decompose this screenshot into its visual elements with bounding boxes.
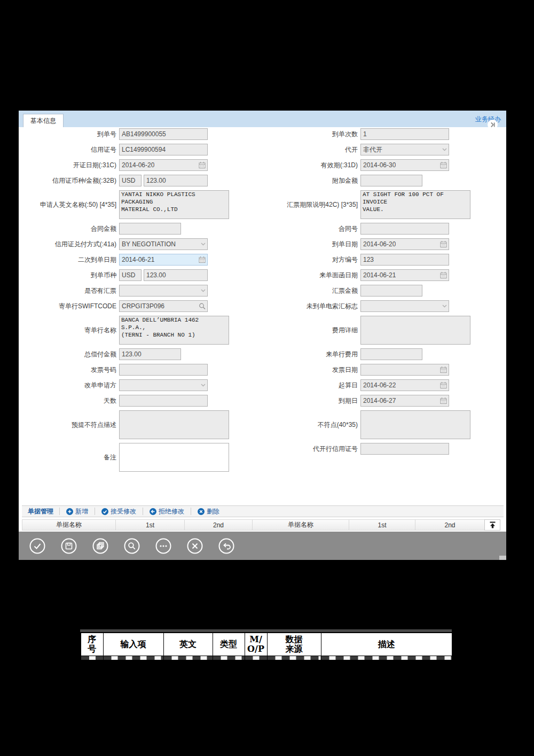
- select-input: 非代开: [360, 144, 449, 155]
- field-control: 2014-06-20: [119, 159, 208, 171]
- doc-column-header: 1st: [349, 519, 415, 531]
- textarea-input[interactable]: [119, 443, 229, 472]
- search-circle-icon[interactable]: [124, 538, 140, 554]
- field-label: 是否有汇票: [20, 287, 119, 294]
- doc-btn-check[interactable]: 接受修改: [95, 507, 143, 516]
- field-label: 总偿付金额: [20, 350, 119, 358]
- scroll-top-icon: [489, 521, 497, 529]
- date-input: 2014-06-21: [360, 269, 449, 281]
- doc-btn-delete[interactable]: 删除: [191, 507, 226, 516]
- chevron-down-icon: [201, 384, 206, 387]
- field-value: 2014-06-30: [363, 161, 396, 169]
- field-control: [119, 379, 208, 391]
- field-control: [360, 316, 470, 345]
- field-label: 到单号: [20, 130, 119, 138]
- delete-icon: [198, 508, 205, 515]
- date-input: 2014-06-27: [360, 395, 449, 407]
- chevron-down-icon: [442, 305, 447, 308]
- calendar-icon: [440, 162, 447, 169]
- document-manage-title: 单据管理: [22, 507, 59, 516]
- form-row: 合同号: [262, 223, 505, 235]
- field-control: [360, 364, 449, 376]
- field-label: 未到单电索汇标志: [262, 302, 360, 310]
- close-circle-icon[interactable]: [187, 538, 203, 554]
- doc-btn-label: 新增: [75, 507, 88, 516]
- calendar-icon: [440, 272, 447, 279]
- form-row: 开证日期(:31C)2014-06-20: [20, 159, 264, 171]
- document-table-header: 单据名称1st2nd单据名称1st2nd: [22, 519, 504, 531]
- field-control: LC1499900594: [119, 144, 208, 155]
- copy-circle-icon[interactable]: [92, 538, 108, 554]
- field-label: 费用详细: [262, 326, 360, 334]
- date-input[interactable]: 2014-06-21: [119, 254, 208, 266]
- undo-circle-icon[interactable]: [218, 538, 234, 554]
- skip-end-icon[interactable]: [488, 120, 498, 130]
- field-label: 附加金额: [262, 177, 360, 184]
- field-label: 合同号: [262, 225, 360, 232]
- doc-btn-label: 拒绝修改: [159, 507, 184, 516]
- scroll-top-button[interactable]: [484, 519, 500, 531]
- save-circle-icon[interactable]: [61, 538, 77, 554]
- field-label: 信用证币种/金额(:32B): [20, 177, 119, 184]
- form-row: 到期日2014-06-27: [262, 395, 505, 407]
- doc-btn-back[interactable]: 拒绝修改: [143, 507, 191, 516]
- form-row: 二次到单日期2014-06-21: [20, 254, 264, 266]
- confirm-circle-icon[interactable]: [29, 538, 45, 554]
- doc-btn-plus[interactable]: 新增: [60, 507, 95, 516]
- field-label: 申请人英文名称(:50) [4*35]: [20, 201, 119, 208]
- spec-column-header: 数据 来源: [267, 633, 321, 656]
- form-row: 代开非代开: [262, 144, 505, 155]
- field-value: BY NEGOTIATION: [122, 240, 176, 248]
- form-row: 天数: [20, 395, 264, 407]
- field-label: 来单行费用: [262, 350, 360, 358]
- form-row: 信用证兑付方式(:41a)BY NEGOTIATION: [20, 238, 264, 250]
- field-control: [119, 410, 229, 439]
- calendar-icon: [440, 398, 447, 404]
- tab-basic-info[interactable]: 基本信息: [23, 114, 64, 127]
- select-input: [360, 300, 449, 312]
- field-control: 123: [360, 254, 449, 266]
- search-icon[interactable]: [199, 303, 206, 310]
- date-input: [360, 364, 449, 376]
- field-control: [360, 443, 449, 455]
- form-row: 到单次数1: [262, 128, 505, 140]
- form-row: 有效期(:31D)2014-06-30: [262, 159, 505, 171]
- field-label: 开证日期(:31C): [20, 161, 119, 169]
- field-control: [119, 443, 229, 472]
- calendar-icon: [440, 382, 447, 389]
- field-control: [360, 285, 422, 297]
- spec-column-header: 类型: [213, 633, 245, 656]
- field-label: 汇票期限说明42C) [3*35]: [262, 201, 360, 208]
- form-row: 改单申请方: [20, 379, 264, 391]
- field-control: AT SIGHT FOR 100 PCT OF INVOICE VALUE.: [360, 190, 470, 219]
- text-input: [360, 285, 422, 297]
- field-control: BANCA DELL’UMBRIA 1462 S.P.A., (TERNI - …: [119, 316, 229, 345]
- field-control: 2014-06-30: [360, 159, 449, 171]
- textarea-input: [119, 410, 229, 439]
- more-circle-icon[interactable]: [155, 538, 171, 554]
- doc-btn-label: 删除: [207, 507, 219, 516]
- field-control: 2014-06-21: [360, 269, 449, 281]
- textarea-input: [360, 410, 470, 439]
- form-row: 汇票期限说明42C) [3*35]AT SIGHT FOR 100 PCT OF…: [262, 190, 505, 219]
- field-value: 2014-06-21: [363, 271, 396, 279]
- clipped-cell: [245, 656, 267, 661]
- field-label: 二次到单日期: [20, 256, 119, 263]
- field-control: [360, 300, 449, 312]
- form-row: 汇票金额: [262, 285, 505, 297]
- clipped-cell: [81, 656, 103, 661]
- calendar-icon[interactable]: [199, 256, 206, 263]
- field-label: 代开行信用证号: [262, 445, 360, 453]
- form-row: 对方编号123: [262, 254, 505, 266]
- doc-column-header: 1st: [115, 519, 185, 531]
- clipped-cell: [163, 656, 213, 661]
- field-control: [119, 223, 181, 235]
- field-value: 2014-06-20: [122, 161, 154, 169]
- field-control: [119, 395, 208, 407]
- field-value: CRPGIT3P096: [122, 302, 164, 310]
- spec-column-header: M/ O/P: [245, 633, 267, 656]
- form-column-left: 到单号AB1499900055信用证号LC1499900594开证日期(:31C…: [20, 128, 264, 476]
- date-input: 2014-06-20: [119, 159, 208, 171]
- spec-table-section: 序 号输入项英文类型M/ O/P数据 来源描述: [80, 629, 452, 661]
- field-control: 2014-06-27: [360, 395, 449, 407]
